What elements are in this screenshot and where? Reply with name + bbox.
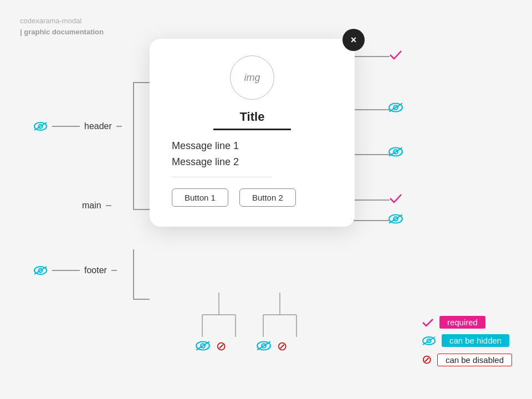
legend-hidden: can be hidden (422, 334, 512, 347)
btn2-left-eye-icon (256, 340, 272, 351)
message-divider (172, 177, 272, 177)
img-label: img (244, 72, 260, 84)
msg1-check-icon (388, 191, 403, 206)
msg2-eye-icon (388, 213, 403, 224)
button2-label: Button 2 (252, 193, 283, 202)
img-eye-icon (388, 102, 403, 113)
close-connector-line (354, 56, 390, 57)
header-eye-group: header (33, 121, 122, 132)
header-bracket-top (133, 82, 150, 83)
footer-label: footer (84, 265, 107, 275)
title-text: Title (240, 110, 265, 124)
message-line-1: Message line 1 (172, 140, 332, 152)
title-connector-line (354, 154, 390, 155)
legend-eye-icon (422, 335, 436, 346)
button-2[interactable]: Button 2 (239, 188, 296, 207)
close-label: × (351, 34, 357, 46)
app-name: codexarama-modal (20, 17, 81, 25)
img-connector-line (354, 109, 390, 110)
main-bracket-line (133, 249, 134, 299)
button1-label: Button 1 (185, 193, 216, 202)
footer-right-line (111, 270, 117, 271)
app-label: codexarama-modal | graphic documentation (20, 16, 104, 37)
legend-no-icon: ⊘ (422, 352, 432, 367)
close-check-icon (388, 47, 403, 63)
header-bracket-mid (133, 209, 150, 210)
button-1[interactable]: Button 1 (172, 188, 228, 207)
modal-image: img (230, 55, 274, 100)
msg2-connector-line (354, 220, 390, 221)
header-right-line (116, 126, 122, 127)
btn1-right-no-icon: ⊘ (216, 339, 226, 354)
modal-buttons: Button 1 Button 2 (172, 188, 332, 207)
msg1-connector-line (354, 200, 390, 201)
footer-eye-group: footer (33, 265, 117, 276)
message1-text: Message line 1 (172, 140, 239, 151)
message-line-2: Message line 2 (172, 156, 332, 168)
header-left-line (52, 126, 80, 127)
main-label-group: main (82, 201, 111, 211)
header-bracket-line (133, 82, 134, 209)
footer-eye-icon (33, 265, 48, 276)
modal-card: × img Title Message line 1 Message line … (150, 39, 355, 227)
close-button[interactable]: × (342, 29, 365, 51)
title-eye-icon (388, 146, 403, 157)
btn2-right-no-icon: ⊘ (277, 339, 287, 354)
title-underline (213, 129, 291, 130)
legend: required can be hidden ⊘ can be disabled (422, 316, 512, 367)
main-right-line (106, 205, 111, 206)
header-eye-icon (33, 121, 48, 132)
app-subtitle: | graphic documentation (20, 28, 104, 36)
legend-disabled-badge: can be disabled (437, 354, 512, 366)
legend-required: required (422, 316, 512, 329)
main-label: main (82, 201, 101, 211)
footer-bracket-top (133, 299, 150, 300)
message2-text: Message line 2 (172, 156, 239, 167)
header-label: header (84, 121, 112, 131)
legend-disabled: ⊘ can be disabled (422, 352, 512, 367)
btn1-left-eye-icon (195, 340, 211, 351)
legend-hidden-badge: can be hidden (442, 334, 509, 347)
legend-check-icon (422, 316, 434, 329)
footer-left-line (52, 270, 80, 271)
legend-required-badge: required (439, 316, 485, 329)
modal-title: Title (172, 110, 332, 124)
